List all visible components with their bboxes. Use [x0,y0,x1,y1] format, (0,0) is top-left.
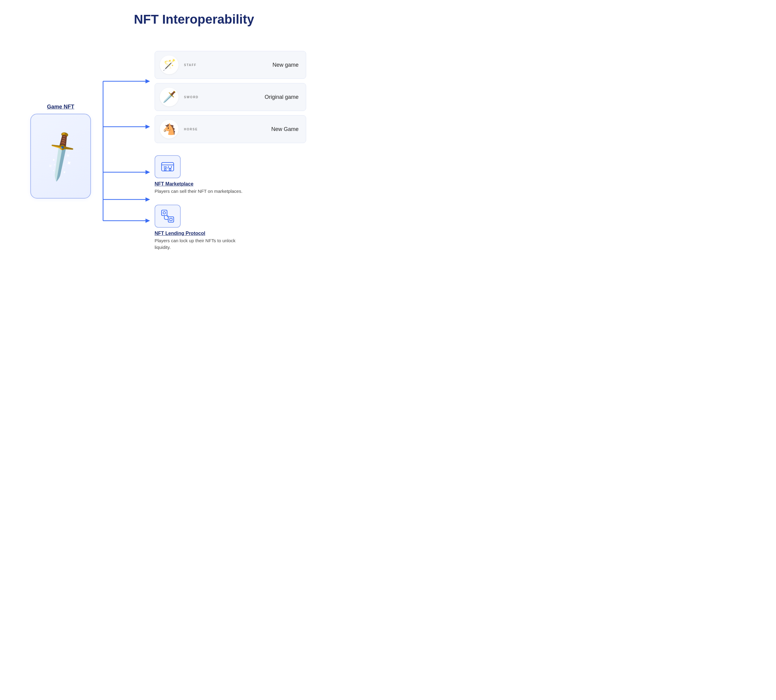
sword-card: 🗡️ SWORD Original game [155,83,306,111]
lending-title: NFT Lending Protocol [155,231,205,236]
svg-marker-6 [145,170,150,174]
sword-game-label: Original game [256,94,298,100]
lending-icon-box [155,205,181,228]
marketplace-icon-box [155,155,181,178]
svg-rect-17 [170,218,172,221]
staff-icon: 🪄 [163,58,176,71]
right-section: 🪄 STAFF New game 🗡️ SWORD [155,51,361,251]
diagram-container: Game NFT 🗡️ 🪄 [27,45,361,257]
connector-lines [94,45,155,257]
svg-marker-10 [145,218,150,223]
protocols-group: NFT Marketplace Players can sell their N… [155,155,361,251]
horse-game-label: New Game [262,126,298,132]
marketplace-icon [160,160,175,174]
lending-item: NFT Lending Protocol Players can lock up… [155,205,258,251]
sword-type-label: SWORD [184,95,198,99]
staff-game-label: New game [263,62,298,68]
svg-point-16 [163,212,165,214]
horse-type-label: HORSE [184,128,198,131]
lending-desc: Players can lock up their NFTs to unlock… [155,237,246,251]
marketplace-item: NFT Marketplace Players can sell their N… [155,155,258,195]
svg-rect-15 [168,217,174,222]
horse-icon: 🐴 [163,123,176,135]
sword-icon: 🗡️ [32,128,89,184]
marketplace-title: NFT Marketplace [155,181,193,187]
horse-card: 🐴 HORSE New Game [155,115,306,143]
svg-point-13 [169,169,171,171]
game-nft-label: Game NFT [47,104,74,110]
staff-icon-wrap: 🪄 [160,55,178,74]
horse-icon-wrap: 🐴 [160,120,178,138]
svg-marker-2 [145,79,150,83]
svg-point-12 [164,169,166,171]
svg-rect-14 [162,210,167,215]
staff-card: 🪄 STAFF New game [155,51,306,79]
page-title: NFT Interoperability [134,12,254,27]
marketplace-desc: Players can sell their NFT on marketplac… [155,188,243,195]
svg-rect-11 [162,162,174,171]
sword-icon-wrap: 🗡️ [160,88,178,107]
lending-icon [160,209,175,223]
svg-marker-8 [145,197,150,202]
nft-card: 🗡️ [30,114,91,198]
game-nft-section: Game NFT 🗡️ [27,104,94,198]
staff-type-label: STAFF [184,63,196,67]
game-cards-group: 🪄 STAFF New game 🗡️ SWORD [155,51,361,143]
sword-card-icon: 🗡️ [163,91,176,103]
svg-marker-4 [145,125,150,129]
